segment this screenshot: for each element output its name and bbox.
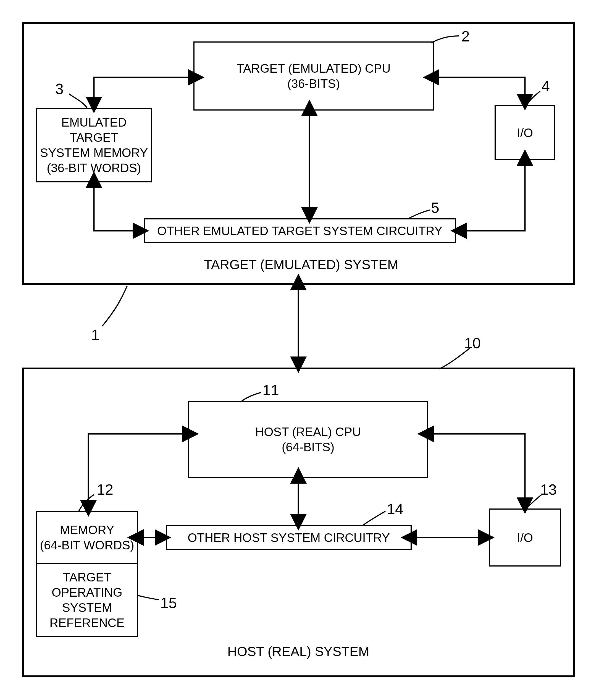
target-system-caption: TARGET (EMULATED) SYSTEM bbox=[193, 257, 409, 272]
ref-12: 12 bbox=[97, 481, 113, 498]
target-os-reference-block: TARGET OPERATING SYSTEM REFERENCE bbox=[36, 562, 138, 637]
host-system-caption: HOST (REAL) SYSTEM bbox=[202, 644, 395, 659]
target-io-block: I/O bbox=[495, 105, 555, 160]
ref-13: 13 bbox=[540, 481, 557, 498]
ref-10: 10 bbox=[464, 334, 481, 351]
ref-15: 15 bbox=[160, 594, 177, 611]
ref-14: 14 bbox=[387, 500, 403, 517]
ref-5: 5 bbox=[431, 199, 439, 216]
ref-2: 2 bbox=[461, 28, 470, 45]
ref-1: 1 bbox=[91, 326, 99, 343]
other-emulated-target-circuitry-block: OTHER EMULATED TARGET SYSTEM CIRCUITRY bbox=[144, 218, 456, 243]
other-host-circuitry-block: OTHER HOST SYSTEM CIRCUITRY bbox=[166, 525, 412, 550]
host-memory-block: MEMORY (64-BIT WORDS) bbox=[36, 511, 138, 564]
ref-11: 11 bbox=[263, 381, 279, 399]
emulated-target-memory-block: EMULATED TARGET SYSTEM MEMORY (36-BIT WO… bbox=[36, 108, 152, 182]
host-cpu-block: HOST (REAL) CPU (64-BITS) bbox=[188, 401, 428, 478]
target-cpu-block: TARGET (EMULATED) CPU (36-BITS) bbox=[193, 42, 434, 110]
ref-4: 4 bbox=[542, 77, 550, 95]
host-io-block: I/O bbox=[489, 508, 561, 567]
ref-3: 3 bbox=[55, 80, 64, 97]
